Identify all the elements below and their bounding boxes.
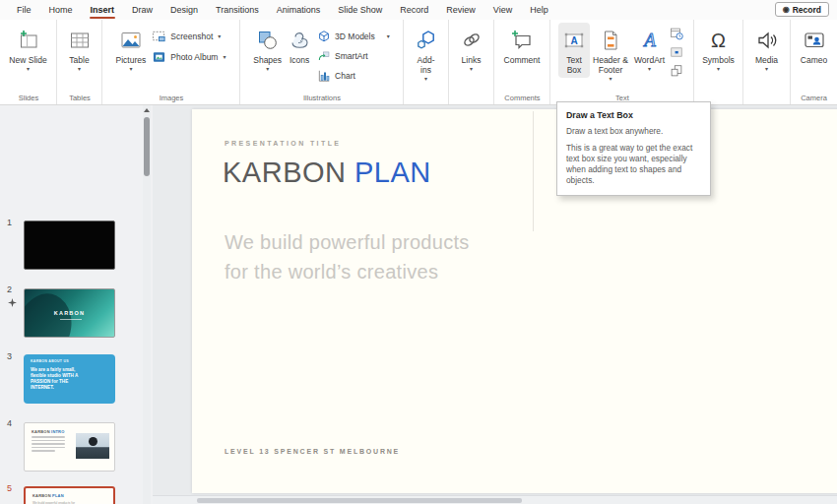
slide-footer-text[interactable]: LEVEL 13 SPENCER ST MELBOURNE — [225, 448, 400, 455]
screenshot-button[interactable]: Screenshot ▾ — [149, 29, 228, 44]
media-button[interactable]: Media ▾ — [752, 23, 782, 75]
add-ins-label: Add-ins — [414, 55, 439, 75]
menu-tab-insert[interactable]: Insert — [82, 0, 124, 20]
cameo-icon — [803, 26, 826, 55]
record-icon: ◉ — [783, 6, 790, 14]
slide-thumbnail-panel: 1 2 KARBON 3 KARBON ABOUT US We are a fa… — [0, 105, 153, 504]
horizontal-scrollbar-thumb[interactable] — [197, 498, 522, 503]
thumb4-paragraph-placeholder — [32, 436, 65, 452]
menu-tab-transitions[interactable]: Transitions — [207, 0, 268, 20]
thumb4-photo — [76, 433, 109, 459]
thumb4-heading-accent: INTRO — [51, 429, 64, 434]
slide-thumbnail-5-selected[interactable]: KARBON PLAN We build powerful products f… — [24, 486, 115, 504]
menu-tab-slide-show[interactable]: Slide Show — [329, 0, 391, 20]
menu-tab-animations[interactable]: Animations — [268, 0, 330, 20]
wordart-label: WordArt — [634, 55, 665, 65]
ribbon-group-tables: Table ▾ — [57, 20, 102, 104]
smartart-button[interactable]: SmartArt — [314, 48, 393, 64]
smartart-icon — [317, 49, 331, 63]
symbols-button[interactable]: Ω Symbols ▾ — [699, 23, 738, 75]
thumb-number-4: 4 — [7, 418, 12, 428]
placeholder-guide-line — [533, 111, 534, 231]
table-label: Table — [69, 55, 89, 65]
ribbon-group-images: Pictures ▾ Screenshot ▾ Photo Album ▾ — [102, 20, 240, 104]
slide-thumbnail-2[interactable]: KARBON — [24, 288, 115, 338]
table-icon — [68, 26, 92, 55]
3d-models-button[interactable]: 3D Models ▾ — [314, 29, 393, 44]
menu-tab-view[interactable]: View — [484, 0, 521, 20]
header-footer-button[interactable]: Header & Footer ▾ — [590, 23, 631, 85]
shapes-button[interactable]: Shapes ▾ — [250, 23, 285, 75]
slide-canvas: PRESENTATION TITLE KARBON PLAN We build … — [153, 105, 837, 504]
media-label: Media — [755, 55, 778, 65]
slide-subtitle-text[interactable]: We build powerful products for the world… — [225, 227, 470, 286]
chevron-down-icon: ▾ — [648, 66, 651, 72]
thumb4-heading-dark: KARBON — [32, 429, 50, 434]
scrollbar-thumb[interactable] — [144, 117, 150, 176]
menu-tab-file[interactable]: File — [8, 0, 40, 20]
new-slide-icon — [17, 26, 40, 55]
slide-number-button[interactable] — [670, 45, 683, 59]
wordart-button[interactable]: A WordArt ▾ — [631, 23, 668, 75]
slide-eyebrow-text[interactable]: PRESENTATION TITLE — [225, 140, 341, 147]
omega-symbol-icon: Ω — [711, 26, 726, 55]
record-button[interactable]: ◉ Record — [775, 2, 829, 17]
table-button[interactable]: Table ▾ — [65, 23, 95, 75]
comment-icon — [510, 26, 534, 55]
date-time-button[interactable] — [670, 27, 683, 40]
thumb-number-1: 1 — [7, 218, 12, 227]
slide-title-text[interactable]: KARBON PLAN — [223, 157, 431, 189]
links-button[interactable]: Links ▾ — [457, 23, 486, 75]
pictures-button[interactable]: Pictures ▾ — [113, 23, 150, 75]
thumb3-body: We are a fairly small, flexible studio W… — [31, 367, 92, 391]
text-box-tooltip: Draw a Text Box Draw a text box anywhere… — [556, 101, 711, 196]
ribbon-group-illustrations: Shapes ▾ Icons 3D Models ▾ SmartArt — [240, 20, 404, 104]
thumb-number-3: 3 — [7, 351, 12, 361]
thumb3-heading: KARBON ABOUT US — [31, 359, 108, 363]
menu-tab-draw[interactable]: Draw — [123, 0, 161, 20]
menu-tab-help[interactable]: Help — [521, 0, 557, 20]
chevron-down-icon: ▾ — [129, 66, 132, 72]
icons-button[interactable]: Icons — [285, 23, 314, 68]
menu-tab-record[interactable]: Record — [391, 0, 437, 20]
thumb5-heading-accent: PLAN — [52, 493, 64, 498]
svg-text:A: A — [642, 30, 656, 50]
svg-text:A: A — [570, 35, 577, 46]
slide-thumbnail-1[interactable] — [24, 220, 115, 270]
pictures-label: Pictures — [116, 55, 147, 65]
tooltip-body-2: This is a great way to get the exact tex… — [566, 143, 701, 186]
current-slide[interactable]: PRESENTATION TITLE KARBON PLAN We build … — [192, 109, 837, 493]
photo-album-button[interactable]: Photo Album ▾ — [149, 49, 228, 65]
thumb2-subtitle-line — [60, 319, 82, 320]
wordart-icon: A — [638, 26, 662, 55]
chevron-down-icon: ▾ — [78, 66, 81, 72]
cameo-button[interactable]: Cameo — [798, 23, 830, 68]
thumb2-title: KARBON — [25, 310, 114, 316]
slide-thumbnail-3[interactable]: KARBON ABOUT US We are a fairly small, f… — [24, 354, 115, 404]
chart-button[interactable]: Chart — [314, 68, 393, 84]
icons-duck-icon — [288, 26, 311, 55]
horizontal-scrollbar[interactable] — [153, 495, 837, 504]
scroll-up-arrow[interactable] — [144, 108, 150, 112]
menu-tab-design[interactable]: Design — [161, 0, 207, 20]
3d-models-icon — [317, 30, 331, 43]
chevron-down-icon: ▾ — [765, 66, 768, 72]
text-box-icon: A — [562, 26, 586, 55]
slide-thumbnail-4[interactable]: KARBON INTRO — [24, 422, 115, 472]
ribbon-group-media: Media ▾ — [743, 20, 791, 104]
links-label: Links — [462, 55, 482, 65]
slide-title-accent: PLAN — [354, 157, 431, 188]
new-slide-button[interactable]: New Slide ▾ — [6, 23, 49, 75]
text-box-button[interactable]: A Text Box — [558, 23, 590, 78]
thumbnail-scrollbar[interactable] — [143, 105, 151, 504]
slide-title-dark: KARBON — [223, 157, 354, 188]
object-button[interactable] — [670, 64, 683, 78]
screenshot-label: Screenshot — [170, 32, 213, 41]
chart-icon — [317, 69, 331, 83]
add-ins-button[interactable]: Add-ins ▾ — [411, 23, 442, 85]
header-footer-icon — [599, 26, 622, 55]
menu-tab-home[interactable]: Home — [40, 0, 82, 20]
ribbon-group-text: A Text Box Header & Footer ▾ A WordArt ▾ — [550, 20, 694, 104]
menu-tab-review[interactable]: Review — [437, 0, 484, 20]
comment-button[interactable]: Comment — [501, 23, 544, 68]
